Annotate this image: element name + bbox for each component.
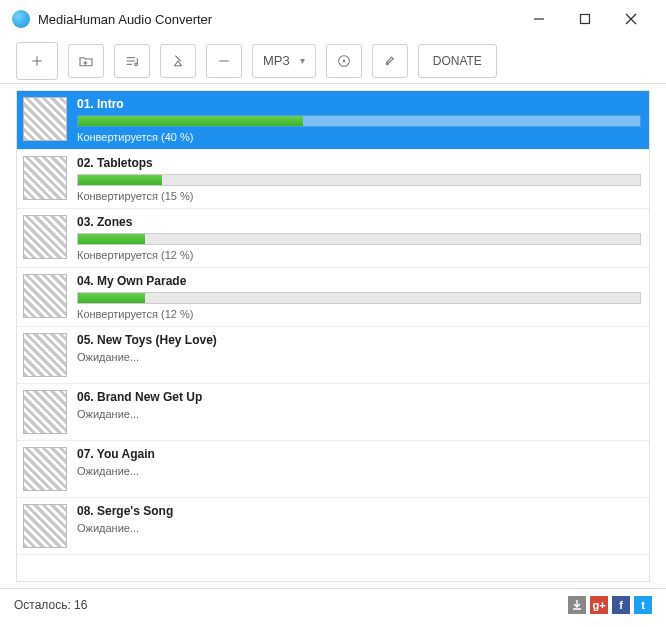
remove-button[interactable] <box>206 44 242 78</box>
format-dropdown[interactable]: MP3 ▾ <box>252 44 316 78</box>
track-info: 06. Brand New Get UpОжидание... <box>77 390 641 420</box>
track-status: Ожидание... <box>77 465 641 477</box>
track-title: 02. Tabletops <box>77 156 641 170</box>
album-art-thumbnail <box>23 447 67 491</box>
clean-button[interactable] <box>160 44 196 78</box>
track-info: 03. ZonesКонвертируется (12 %) <box>77 215 641 261</box>
track-row[interactable]: 05. New Toys (Hey Love)Ожидание... <box>17 327 649 384</box>
track-info: 04. My Own ParadeКонвертируется (12 %) <box>77 274 641 320</box>
progress-bar <box>77 115 641 127</box>
chevron-down-icon: ▾ <box>300 55 305 66</box>
album-art-thumbnail <box>23 97 67 141</box>
window-controls <box>516 4 654 34</box>
svg-rect-1 <box>581 15 590 24</box>
settings-button[interactable] <box>372 44 408 78</box>
track-title: 01. Intro <box>77 97 641 111</box>
facebook-icon[interactable]: f <box>612 596 630 614</box>
track-status: Конвертируется (12 %) <box>77 308 641 320</box>
progress-bar <box>77 233 641 245</box>
track-status: Конвертируется (15 %) <box>77 190 641 202</box>
donate-button[interactable]: DONATE <box>418 44 497 78</box>
social-icons: g+ f t <box>568 596 652 614</box>
progress-bar <box>77 292 641 304</box>
remaining-label: Осталось: 16 <box>14 598 87 612</box>
track-row[interactable]: 02. TabletopsКонвертируется (15 %) <box>17 150 649 209</box>
album-art-thumbnail <box>23 215 67 259</box>
track-title: 07. You Again <box>77 447 641 461</box>
track-row[interactable]: 01. IntroКонвертируется (40 %) <box>17 91 649 150</box>
album-art-thumbnail <box>23 156 67 200</box>
progress-fill <box>78 175 162 185</box>
album-art-thumbnail <box>23 390 67 434</box>
track-list-container: 01. IntroКонвертируется (40 %)02. Tablet… <box>0 84 666 588</box>
track-status: Ожидание... <box>77 408 641 420</box>
track-row[interactable]: 08. Serge's SongОжидание... <box>17 498 649 555</box>
google-plus-icon[interactable]: g+ <box>590 596 608 614</box>
minimize-button[interactable] <box>516 4 562 34</box>
track-status: Ожидание... <box>77 522 641 534</box>
statusbar: Осталось: 16 g+ f t <box>0 588 666 620</box>
toolbar: MP3 ▾ DONATE <box>0 38 666 84</box>
window-title: MediaHuman Audio Converter <box>38 12 516 27</box>
track-title: 06. Brand New Get Up <box>77 390 641 404</box>
progress-bar <box>77 174 641 186</box>
track-row[interactable]: 06. Brand New Get UpОжидание... <box>17 384 649 441</box>
track-info: 05. New Toys (Hey Love)Ожидание... <box>77 333 641 363</box>
svg-point-14 <box>342 59 345 62</box>
track-info: 01. IntroКонвертируется (40 %) <box>77 97 641 143</box>
add-folder-button[interactable] <box>68 44 104 78</box>
format-label: MP3 <box>263 53 290 68</box>
progress-fill <box>78 234 145 244</box>
titlebar: MediaHuman Audio Converter <box>0 0 666 38</box>
album-art-thumbnail <box>23 274 67 318</box>
progress-fill <box>78 116 303 126</box>
track-title: 05. New Toys (Hey Love) <box>77 333 641 347</box>
track-info: 08. Serge's SongОжидание... <box>77 504 641 534</box>
download-icon[interactable] <box>568 596 586 614</box>
maximize-button[interactable] <box>562 4 608 34</box>
track-row[interactable]: 07. You AgainОжидание... <box>17 441 649 498</box>
playlist-button[interactable] <box>114 44 150 78</box>
track-status: Конвертируется (40 %) <box>77 131 641 143</box>
album-art-thumbnail <box>23 333 67 377</box>
track-info: 02. TabletopsКонвертируется (15 %) <box>77 156 641 202</box>
add-file-button[interactable] <box>16 42 58 80</box>
track-row[interactable]: 03. ZonesКонвертируется (12 %) <box>17 209 649 268</box>
track-status: Ожидание... <box>77 351 641 363</box>
progress-fill <box>78 293 145 303</box>
track-status: Конвертируется (12 %) <box>77 249 641 261</box>
app-icon <box>12 10 30 28</box>
album-art-thumbnail <box>23 504 67 548</box>
close-button[interactable] <box>608 4 654 34</box>
track-title: 03. Zones <box>77 215 641 229</box>
track-title: 04. My Own Parade <box>77 274 641 288</box>
twitter-icon[interactable]: t <box>634 596 652 614</box>
track-row[interactable]: 04. My Own ParadeКонвертируется (12 %) <box>17 268 649 327</box>
track-list[interactable]: 01. IntroКонвертируется (40 %)02. Tablet… <box>16 90 650 582</box>
start-convert-button[interactable] <box>326 44 362 78</box>
track-info: 07. You AgainОжидание... <box>77 447 641 477</box>
track-title: 08. Serge's Song <box>77 504 641 518</box>
